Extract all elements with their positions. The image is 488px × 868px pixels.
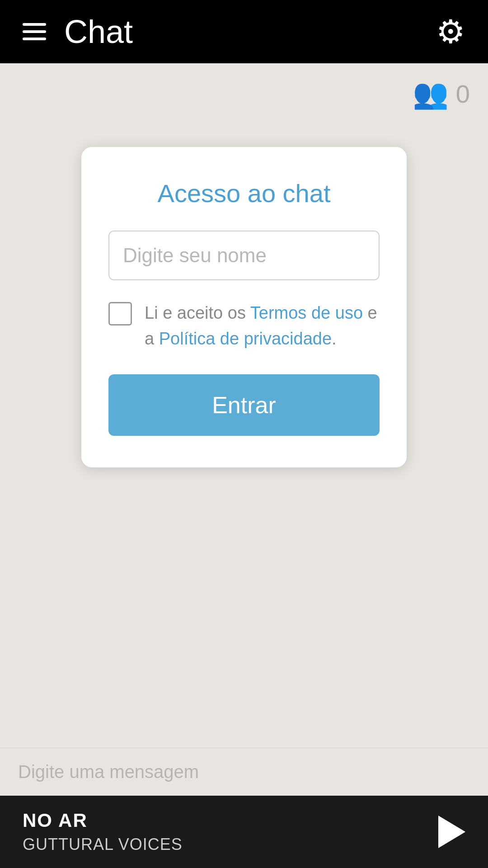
terms-row: Li e aceito os Termos de uso e a Polític… <box>108 300 380 352</box>
participants-count: 0 <box>456 79 470 108</box>
message-input-bar: Digite uma mensagem <box>0 748 488 796</box>
terms-checkbox[interactable] <box>108 302 132 326</box>
terms-text: Li e aceito os Termos de uso e a Polític… <box>145 300 380 352</box>
chat-area: Acesso ao chat Li e aceito os Termos de … <box>0 124 488 748</box>
show-name: GUTTURAL VOICES <box>23 835 183 854</box>
on-air-label: NO AR <box>23 810 183 831</box>
terms-end: . <box>332 329 337 348</box>
app-header: Chat ⚙ <box>0 0 488 63</box>
header-left: Chat <box>23 13 133 50</box>
modal-title: Acesso ao chat <box>108 179 380 208</box>
main-content: 👥 0 Acesso ao chat Li e aceito os Termos… <box>0 63 488 796</box>
bottom-bar-info: NO AR GUTTURAL VOICES <box>23 810 183 854</box>
message-placeholder[interactable]: Digite uma mensagem <box>18 762 199 782</box>
menu-icon[interactable] <box>23 23 46 40</box>
name-input[interactable] <box>108 231 380 280</box>
enter-button[interactable]: Entrar <box>108 374 380 436</box>
terms-before: Li e aceito os <box>145 303 250 322</box>
participants-icon: 👥 <box>413 77 449 111</box>
privacy-policy-link[interactable]: Política de privacidade <box>159 329 332 348</box>
settings-icon[interactable]: ⚙ <box>436 13 465 51</box>
participants-bar: 👥 0 <box>0 63 488 124</box>
bottom-bar: NO AR GUTTURAL VOICES <box>0 796 488 868</box>
page-title: Chat <box>64 13 133 50</box>
access-modal: Acesso ao chat Li e aceito os Termos de … <box>81 147 407 467</box>
play-button[interactable] <box>438 816 465 848</box>
terms-of-use-link[interactable]: Termos de uso <box>250 303 363 322</box>
